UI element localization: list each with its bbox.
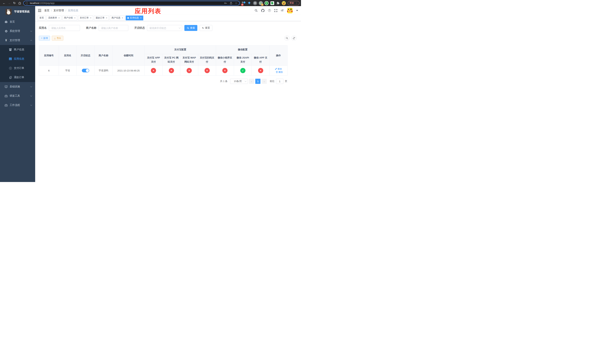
close-icon[interactable]: × [106,17,107,19]
browser-menu-dots-icon[interactable]: ⋮ [295,2,298,4]
sidebar-item-infrastructure[interactable]: 基础设施 [0,82,35,91]
status-select[interactable] [147,25,182,31]
browser-home-icon[interactable] [17,1,22,6]
page-unit-label: 页 [285,80,287,83]
browser-back-icon[interactable]: ← [1,1,7,6]
sidebar-collapse-icon[interactable] [38,9,41,12]
goto-page-input[interactable] [276,79,283,84]
sidebar-item-refund-order[interactable]: 退款订单 [0,73,35,82]
extension-grid-icon[interactable]: 10 [242,1,246,5]
status-label: 开启状态 [134,26,145,30]
extension-gem-icon[interactable] [247,1,251,5]
app-logo[interactable]: 芋道管理系统 [0,6,35,17]
sidebar-item-label: 支付订单 [14,66,24,70]
sidebar-item-app-info[interactable]: 应用信息 [0,54,35,64]
sidebar-item-merchant-info[interactable]: 商户信息 [0,45,35,54]
address-bar[interactable]: i localhost:1024/pay/app ☆ [23,1,240,6]
extension-camera-icon[interactable]: 1 [259,1,263,5]
extensions-puzzle-icon[interactable] [276,1,280,5]
refresh-icon: ↻ [202,27,204,29]
site-info-icon[interactable]: i [26,2,28,4]
font-size-icon[interactable]: TT [281,9,284,12]
storefront-icon [8,48,13,51]
tag-process-form[interactable]: 流程表单× [46,16,62,20]
sidebar-item-label: 基础设施 [10,85,20,88]
sidebar-item-payment[interactable]: ¥ 支付管理 [0,36,35,45]
url-text: localhost:1024/pay/app [30,2,224,4]
cell-app-id: 6 [39,66,59,75]
tag-user-group[interactable]: 用户分组× [62,16,77,20]
toggle-search-button[interactable] [284,36,290,41]
yen-circle-icon: ¥ [8,67,13,70]
table-row: 6 芋道 芋道源码 2021-10-23 08:49:25 × × × × × … [39,66,288,75]
edit-link[interactable]: 修改 [275,67,282,71]
breadcrumb-home[interactable]: 首页 [44,9,49,12]
prev-page-button[interactable]: ‹ [249,79,254,84]
col-channel: 支付宝 PC 网站支付 [162,54,180,66]
sidebar-item-system[interactable]: 系统管理 [0,26,35,36]
sidebar-item-label: 工作流程 [10,104,20,107]
col-app-id: 应用编号 [39,45,59,66]
browser-reload-icon[interactable]: ↻ [12,1,17,6]
browser-update-button[interactable]: 更新 ⋮ [288,1,300,5]
close-icon[interactable]: × [90,17,91,19]
main-area: 首页 / 支付管理 / 应用信息 应用列表 ? TT 首页 流程表单× 用户分组… [35,6,301,182]
breadcrumb-payment[interactable]: 支付管理 [54,9,64,12]
close-icon[interactable]: × [74,17,76,19]
col-channel: 微信 APP 支付 [252,54,269,66]
page-size-select[interactable]: 10条/页 [230,79,248,84]
pagination: 共 1 条 10条/页 ‹ 1 › 前往 页 [39,79,287,84]
refresh-table-button[interactable] [291,36,297,41]
sidebar-item-label: 应用信息 [14,57,24,61]
search-form: 应用名 商户名称 开启状态 搜索 ↻ 重置 [39,25,297,31]
search-button[interactable]: 搜索 [184,25,197,31]
close-icon[interactable]: × [122,17,123,19]
fullscreen-icon[interactable] [274,9,277,12]
current-page-button[interactable]: 1 [255,79,260,84]
app-name-input[interactable] [49,25,80,31]
sidebar-item-dev-tools[interactable]: 研发工具 [0,91,35,101]
next-page-button[interactable]: › [262,79,267,84]
sidebar-item-label: 支付管理 [10,39,20,42]
status-toggle[interactable] [82,69,89,72]
tag-pay-order[interactable]: 支付订单× [78,16,93,20]
user-avatar[interactable] [287,8,293,13]
tag-merchant-info[interactable]: 商户信息× [110,16,125,20]
close-icon[interactable]: × [140,17,142,19]
sidebar-item-workflow[interactable]: 工作流程 [0,101,35,110]
share-icon[interactable] [230,2,232,4]
close-icon[interactable]: × [58,17,60,19]
breadcrumb-current: 应用信息 [68,9,78,12]
bookmark-star-icon[interactable]: ☆ [235,2,237,4]
sidebar-item-pay-order[interactable]: ¥ 支付订单 [0,64,35,73]
merchant-name-label: 商户名称 [86,26,97,30]
sidebar-item-label: 研发工具 [10,94,20,97]
browser-toolbar: ← → ↻ i localhost:1024/pay/app ☆ 10 ⌘ 1 … [0,0,301,6]
header-search-icon[interactable] [255,9,258,12]
export-button[interactable]: ↓ 导出 [52,36,63,41]
tag-refund-order[interactable]: 退款订单× [94,16,109,20]
password-key-icon[interactable] [224,2,227,4]
sidebar-item-home[interactable]: 首页 [0,17,35,26]
github-icon[interactable] [261,9,265,12]
avatar-caret-icon[interactable] [296,10,298,11]
channel-status-icon: × [204,68,210,73]
browser-forward-icon[interactable]: → [7,1,12,6]
col-group-alipay: 支付宝配置 [145,45,216,54]
reset-button[interactable]: ↻ 重置 [200,25,212,31]
tag-home[interactable]: 首页 [38,16,45,20]
merchant-name-input[interactable] [99,25,128,31]
extension-y-icon[interactable]: Y [265,1,269,5]
delete-link[interactable]: 删除 [276,71,283,74]
status-select-input[interactable] [147,25,182,31]
extension-command-icon[interactable]: ⌘ [253,1,257,5]
extension-doc-icon[interactable] [270,1,274,5]
tag-app-info-active[interactable]: 应用信息× [126,16,143,20]
col-status: 开启状态 [77,45,95,66]
browser-profile-avatar[interactable] [282,1,286,5]
channel-status-icon: × [222,68,227,73]
cell-app-name: 芋道 [59,66,77,75]
payment-submenu: 商户信息 应用信息 ¥ 支付订单 退款订单 [0,45,35,82]
help-icon[interactable]: ? [268,9,271,12]
add-button[interactable]: + 新增 [39,36,50,41]
